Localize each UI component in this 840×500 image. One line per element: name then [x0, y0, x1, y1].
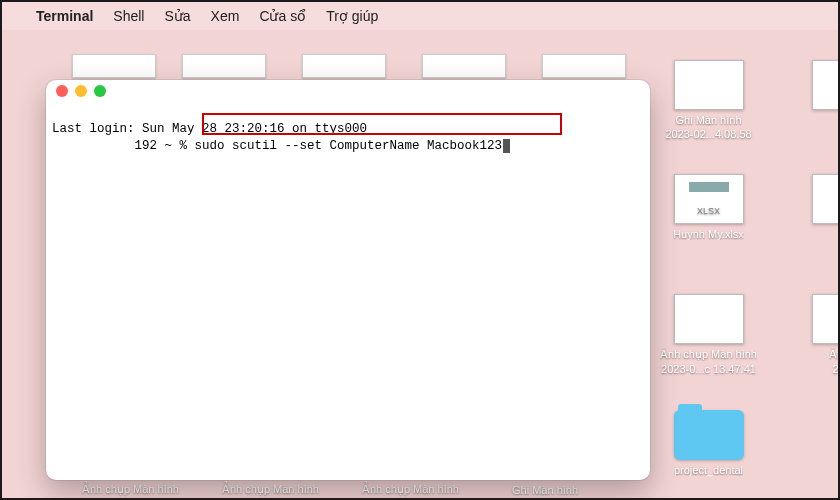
desktop-file-clipped[interactable]: Ảnh ch 2023- [789, 294, 840, 375]
file-label: project_dental [674, 464, 743, 476]
screenshot-thumb-icon [674, 60, 744, 110]
file-label: Huynh My.xlsx [673, 228, 744, 240]
xlsx-badge: XLSX [697, 206, 720, 216]
menubar-item-shell[interactable]: Shell [113, 8, 144, 24]
minimize-button[interactable] [75, 85, 87, 97]
menubar-appname[interactable]: Terminal [36, 8, 93, 24]
desktop-thumb[interactable] [302, 54, 386, 78]
terminal-body[interactable]: Last login: Sun May 28 23:20:16 on ttys0… [46, 102, 650, 190]
desktop-folder[interactable]: project_dental [651, 410, 766, 478]
file-label: 2023- [789, 363, 840, 375]
screenshot-thumb-icon [812, 60, 841, 110]
screenshot-thumb-icon [812, 294, 841, 344]
file-label: Ghi Màn hình [512, 484, 578, 496]
menubar-item-window[interactable]: Cửa sổ [259, 8, 306, 24]
file-label: Ghi Màn hình [675, 114, 741, 126]
desktop-thumb[interactable] [72, 54, 156, 78]
file-label: us [789, 242, 840, 254]
menubar: Terminal Shell Sửa Xem Cửa sổ Trợ giúp [2, 2, 838, 30]
file-label: Ảnh chụp Màn hình [660, 348, 757, 361]
screenshot-thumb-icon [674, 294, 744, 344]
file-label: 2023-02...4.08.58 [651, 128, 766, 140]
zoom-button[interactable] [94, 85, 106, 97]
file-label: ti [789, 129, 840, 141]
file-label: Ảnh ch [829, 348, 840, 361]
menubar-item-help[interactable]: Trợ giúp [326, 8, 378, 24]
desktop-file-clipped[interactable]: co us [789, 174, 840, 254]
menubar-item-edit[interactable]: Sửa [164, 8, 190, 24]
file-label: Ảnh chụp Màn hình [362, 483, 459, 496]
desktop-thumb[interactable] [422, 54, 506, 78]
close-button[interactable] [56, 85, 68, 97]
desktop-file-clipped[interactable]: mư ti [789, 60, 840, 141]
desktop-thumb[interactable] [542, 54, 626, 78]
screenshot-thumb-icon [812, 174, 841, 224]
terminal-window[interactable]: Last login: Sun May 28 23:20:16 on ttys0… [46, 80, 650, 480]
file-label: Ảnh chụp Màn hình [222, 483, 319, 496]
menubar-item-view[interactable]: Xem [211, 8, 240, 24]
desktop-thumb[interactable] [182, 54, 266, 78]
xlsx-file-icon: XLSX [674, 174, 744, 224]
file-label: Ảnh chụp Màn hình [82, 483, 179, 496]
terminal-command[interactable]: sudo scutil --set ComputerName Macbook12… [195, 139, 503, 153]
folder-icon [674, 410, 744, 460]
window-titlebar[interactable] [46, 80, 650, 102]
terminal-last-login: Last login: Sun May 28 23:20:16 on ttys0… [52, 121, 644, 138]
desktop-file-screenshot[interactable]: Ảnh chụp Màn hình 2023-0...c 13.47.41 [651, 294, 766, 375]
terminal-prompt: 192 ~ % [52, 139, 195, 153]
terminal-cursor [503, 139, 510, 153]
desktop-file-screenrec[interactable]: Ghi Màn hình 2023-02...4.08.58 [651, 60, 766, 140]
desktop-file-xlsx[interactable]: XLSX Huynh My.xlsx [651, 174, 766, 242]
file-label: 2023-0...c 13.47.41 [651, 363, 766, 375]
